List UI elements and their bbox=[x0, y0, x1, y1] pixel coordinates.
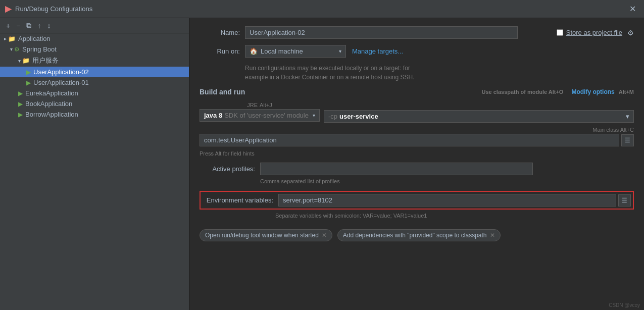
name-row-right: Store as project file ⚙ bbox=[245, 26, 634, 39]
run-icon-userapplication-02: ▶ bbox=[26, 69, 31, 76]
header-right: Use classpath of module Alt+O Modify opt… bbox=[482, 88, 634, 95]
jre-shortcut: Alt+J bbox=[260, 102, 272, 108]
env-vars-row: Environment variables: ☰ bbox=[200, 191, 634, 210]
borrow-label: BorrowApplication bbox=[25, 111, 78, 118]
userapplication-01-label: UserApplication-01 bbox=[33, 79, 89, 86]
main-container: + − ⧉ ↑ ↕ ▸ 📁 Application ▾ ⚙ Spring bbox=[0, 18, 644, 310]
run-icon-book: ▶ bbox=[18, 100, 23, 108]
build-run-header: Build and run Use classpath of module Al… bbox=[200, 88, 634, 96]
build-run-label: Build and run bbox=[200, 88, 245, 96]
chip1-label: Open run/debug tool window when started bbox=[205, 232, 319, 239]
browse-env-button[interactable]: ☰ bbox=[618, 194, 631, 206]
sort-button[interactable]: ↕ bbox=[45, 21, 53, 31]
add-config-button[interactable]: + bbox=[4, 21, 12, 31]
jre-sdk-label: SDK of 'user-service' module bbox=[224, 112, 309, 119]
jre-version: java 8 bbox=[204, 112, 222, 119]
chevron-down-icon: ▾ bbox=[339, 48, 341, 54]
active-profiles-input[interactable] bbox=[260, 163, 533, 175]
eureka-label: EurekaApplication bbox=[25, 89, 78, 97]
jre-col: JRE Alt+J java 8 SDK of 'user-service' m… bbox=[200, 102, 320, 122]
collapse-arrow-application: ▸ bbox=[4, 36, 7, 41]
jre-chevron-icon: ▾ bbox=[313, 113, 315, 118]
user-service-label: 用户服务 bbox=[32, 56, 59, 65]
cp-dropdown[interactable]: -cp user-service ▾ bbox=[324, 110, 634, 123]
userapplication-02-label: UserApplication-02 bbox=[33, 68, 89, 76]
main-class-hint: Main class Alt+C bbox=[592, 127, 634, 133]
app-icon: ▶ bbox=[5, 4, 11, 14]
cp-flag: -cp bbox=[328, 113, 337, 120]
manage-targets-link[interactable]: Manage targets... bbox=[352, 47, 403, 55]
chip2-close-icon[interactable]: ✕ bbox=[490, 232, 495, 239]
profiles-hint-row: Comma separated list of profiles bbox=[260, 177, 634, 185]
chip2-label: Add dependencies with "provided" scope t… bbox=[343, 232, 487, 239]
collapse-arrow-springboot: ▾ bbox=[10, 46, 13, 52]
run-on-dropdown[interactable]: 🏠 Local machine ▾ bbox=[245, 45, 346, 58]
run-on-row: Run on: 🏠 Local machine ▾ Manage targets… bbox=[200, 45, 634, 58]
sidebar: + − ⧉ ↑ ↕ ▸ 📁 Application ▾ ⚙ Spring bbox=[0, 18, 189, 310]
store-project-label: Store as project file bbox=[566, 29, 622, 36]
env-vars-input[interactable] bbox=[278, 194, 616, 206]
name-input[interactable] bbox=[245, 26, 518, 39]
sidebar-item-springboot[interactable]: ▾ ⚙ Spring Boot bbox=[0, 44, 189, 55]
use-classpath-hint: Use classpath of module Alt+O bbox=[482, 89, 564, 95]
env-hint-row: Separate variables with semicolon: VAR=v… bbox=[275, 212, 634, 219]
sidebar-item-eurekaaplication[interactable]: ▶ EurekaApplication bbox=[0, 88, 189, 98]
sidebar-item-bookapplication[interactable]: ▶ BookApplication bbox=[0, 98, 189, 109]
field-hints-text: Press Alt for field hints bbox=[200, 150, 634, 157]
remove-config-button[interactable]: − bbox=[14, 21, 22, 31]
jre-hint: JRE bbox=[247, 102, 258, 108]
copy-config-button[interactable]: ⧉ bbox=[24, 20, 33, 31]
active-profiles-row: Active profiles: bbox=[200, 163, 634, 175]
dialog-title: Run/Debug Configurations bbox=[15, 5, 92, 13]
sidebar-item-user-service-folder[interactable]: ▾ 📁 用户服务 bbox=[0, 55, 189, 67]
sidebar-item-userapplication-02[interactable]: ▶ UserApplication-02 bbox=[0, 67, 189, 77]
move-up-button[interactable]: ↑ bbox=[35, 21, 43, 31]
watermark: CSDN @vcoy bbox=[609, 302, 640, 308]
cp-col: -cp user-service ▾ bbox=[324, 101, 634, 123]
home-icon: 🏠 bbox=[250, 47, 258, 55]
close-button[interactable]: ✕ bbox=[626, 3, 639, 15]
chip-run-debug-window[interactable]: Open run/debug tool window when started … bbox=[200, 229, 332, 241]
sidebar-item-userapplication-01[interactable]: ▶ UserApplication-01 bbox=[0, 77, 189, 88]
store-project-checkbox[interactable] bbox=[557, 29, 563, 36]
springboot-label: Spring Boot bbox=[22, 45, 57, 53]
env-vars-label: Environment variables: bbox=[203, 196, 273, 204]
jre-dropdown[interactable]: java 8 SDK of 'user-service' module ▾ bbox=[200, 109, 320, 122]
name-label: Name: bbox=[200, 29, 240, 36]
application-group-icon: 📁 bbox=[8, 35, 16, 42]
folder-icon: 📁 bbox=[22, 57, 30, 64]
main-class-row: Main class Alt+C ☰ bbox=[200, 127, 634, 146]
sidebar-toolbar: + − ⧉ ↑ ↕ bbox=[0, 18, 189, 33]
run-on-label: Run on: bbox=[200, 47, 240, 55]
chip-add-dependencies[interactable]: Add dependencies with "provided" scope t… bbox=[337, 229, 501, 241]
modify-options-link[interactable]: Modify options Alt+M bbox=[571, 88, 634, 95]
jre-classpath-row: JRE Alt+J java 8 SDK of 'user-service' m… bbox=[200, 101, 634, 123]
active-profiles-label: Active profiles: bbox=[200, 165, 255, 173]
store-project-section: Store as project file ⚙ bbox=[547, 29, 634, 37]
application-group-label: Application bbox=[18, 35, 51, 42]
title-bar: ▶ Run/Debug Configurations ✕ bbox=[0, 0, 644, 18]
run-on-value: Local machine bbox=[261, 47, 303, 55]
collapse-arrow-user-service: ▾ bbox=[18, 58, 21, 64]
springboot-icon: ⚙ bbox=[14, 46, 20, 53]
book-label: BookApplication bbox=[25, 100, 72, 108]
run-icon-borrow: ▶ bbox=[18, 111, 23, 118]
right-panel: Name: Store as project file ⚙ Run on: 🏠 … bbox=[189, 18, 644, 310]
cp-module: user-service bbox=[339, 113, 378, 120]
name-row: Name: Store as project file ⚙ bbox=[200, 26, 634, 39]
sidebar-item-borrowapplication[interactable]: ▶ BorrowApplication bbox=[0, 109, 189, 120]
run-description: Run configurations may be executed local… bbox=[245, 64, 634, 82]
chip1-close-icon[interactable]: ✕ bbox=[322, 232, 327, 239]
gear-icon[interactable]: ⚙ bbox=[627, 29, 634, 37]
run-icon-userapplication-01: ▶ bbox=[26, 79, 31, 86]
title-bar-left: ▶ Run/Debug Configurations bbox=[5, 4, 92, 14]
sidebar-item-application[interactable]: ▸ 📁 Application bbox=[0, 33, 189, 44]
bottom-chips: Open run/debug tool window when started … bbox=[200, 229, 634, 241]
profiles-hint: Comma separated list of profiles bbox=[260, 178, 340, 184]
main-class-input[interactable] bbox=[200, 134, 619, 146]
run-icon-eureka: ▶ bbox=[18, 90, 23, 97]
cp-chevron-icon: ▾ bbox=[626, 113, 629, 120]
env-hint: Separate variables with semicolon: VAR=v… bbox=[275, 213, 427, 219]
browse-main-class-button[interactable]: ☰ bbox=[621, 134, 634, 146]
